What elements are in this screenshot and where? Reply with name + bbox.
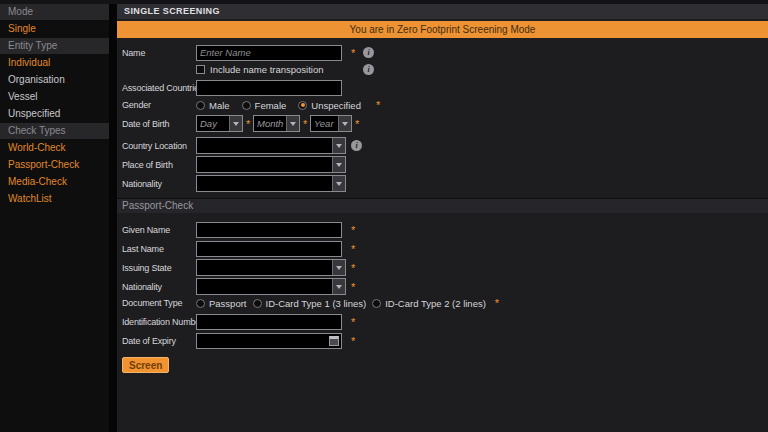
- sidebar-header-mode: Mode: [0, 4, 109, 20]
- given-name-row: Given Name *: [122, 221, 768, 238]
- name-row: Name * i: [122, 44, 768, 61]
- required-marker: *: [376, 100, 383, 110]
- sidebar-item-media-check[interactable]: Media-Check: [0, 174, 109, 190]
- required-marker: *: [246, 119, 253, 129]
- calendar-icon[interactable]: [329, 336, 339, 346]
- sidebar-item-world-check[interactable]: World-Check: [0, 140, 109, 156]
- dob-year-value: Year: [311, 118, 338, 129]
- nationality-row: Nationality: [122, 175, 768, 192]
- sidebar: Mode Single Entity Type Individual Organ…: [0, 4, 109, 432]
- required-marker: *: [303, 119, 310, 129]
- chevron-down-icon: [332, 260, 345, 275]
- given-name-input[interactable]: [196, 222, 342, 238]
- given-name-label: Given Name: [122, 225, 196, 235]
- sidebar-item-vessel[interactable]: Vessel: [0, 89, 109, 105]
- date-of-expiry-input[interactable]: [196, 333, 342, 349]
- passport-nationality-label: Nationality: [122, 282, 196, 292]
- gender-female-label: Female: [255, 100, 287, 111]
- dob-year-select[interactable]: Year: [310, 115, 352, 132]
- page-title: SINGLE SCREENING: [117, 4, 768, 19]
- place-of-birth-row: Place of Birth: [122, 156, 768, 173]
- transposition-row: Include name transposition i: [122, 63, 768, 75]
- place-of-birth-select[interactable]: [196, 156, 346, 173]
- chevron-down-icon: [332, 176, 345, 191]
- name-transposition-label: Include name transposition: [210, 64, 324, 75]
- doc-type-idcard1-label: ID-Card Type 1 (3 lines): [266, 298, 367, 309]
- chevron-down-icon: [332, 279, 345, 294]
- gender-female-radio[interactable]: [242, 101, 251, 110]
- country-location-label: Country Location: [122, 141, 196, 151]
- required-marker: *: [351, 225, 358, 235]
- associated-countries-label: Associated Countries: [122, 83, 196, 93]
- zero-footprint-banner: You are in Zero Footprint Screening Mode: [117, 21, 768, 38]
- associated-countries-row: Associated Countries: [122, 79, 768, 96]
- gender-row: Gender Male Female Unspecified *: [122, 99, 768, 111]
- dob-month-select[interactable]: Month: [253, 115, 300, 132]
- gender-male-radio[interactable]: [196, 101, 205, 110]
- last-name-row: Last Name *: [122, 240, 768, 257]
- doc-type-idcard2-radio[interactable]: [372, 299, 381, 308]
- document-type-label: Document Type: [122, 298, 196, 308]
- sidebar-item-organisation[interactable]: Organisation: [0, 72, 109, 88]
- dob-day-select[interactable]: Day: [196, 115, 243, 132]
- date-of-birth-label: Date of Birth: [122, 119, 196, 129]
- place-of-birth-label: Place of Birth: [122, 160, 196, 170]
- screen-button[interactable]: Screen: [122, 357, 169, 373]
- chevron-down-icon: [332, 157, 345, 172]
- identification-number-input[interactable]: [196, 314, 342, 330]
- gender-male-label: Male: [209, 100, 230, 111]
- passport-nationality-row: Nationality *: [122, 278, 768, 295]
- doc-type-idcard2-label: ID-Card Type 2 (2 lines): [385, 298, 486, 309]
- doc-type-passport-radio[interactable]: [196, 299, 205, 308]
- date-of-expiry-row: Date of Expiry *: [122, 332, 768, 349]
- sidebar-item-passport-check[interactable]: Passport-Check: [0, 157, 109, 173]
- main-panel: SINGLE SCREENING You are in Zero Footpri…: [117, 4, 768, 432]
- required-marker: *: [495, 298, 502, 308]
- required-marker: *: [351, 263, 358, 273]
- country-location-row: Country Location i: [122, 137, 768, 154]
- country-location-select[interactable]: [196, 137, 346, 154]
- gender-label: Gender: [122, 100, 196, 110]
- gender-unspecified-label: Unspecified: [311, 100, 361, 111]
- document-type-row: Document Type Passport ID-Card Type 1 (3…: [122, 297, 768, 309]
- info-icon[interactable]: i: [363, 47, 374, 58]
- required-marker: *: [355, 119, 362, 129]
- dob-day-value: Day: [197, 118, 229, 129]
- associated-countries-input[interactable]: [196, 80, 342, 96]
- passport-check-form: Given Name * Last Name * Issuing State: [117, 221, 768, 373]
- doc-type-idcard1-radio[interactable]: [253, 299, 262, 308]
- info-icon[interactable]: i: [363, 64, 374, 75]
- required-marker: *: [351, 244, 358, 254]
- chevron-down-icon: [338, 116, 351, 131]
- issuing-state-select[interactable]: [196, 259, 346, 276]
- passport-nationality-select[interactable]: [196, 278, 346, 295]
- sidebar-item-single[interactable]: Single: [0, 21, 109, 37]
- required-marker: *: [351, 317, 358, 327]
- passport-check-section-header: Passport-Check: [117, 198, 768, 213]
- identification-number-label: Identification Number: [122, 317, 196, 327]
- name-label: Name: [122, 48, 196, 58]
- screening-form: Name * i Include name transposition i: [117, 38, 768, 194]
- date-of-birth-row: Date of Birth Day * Month * Year: [122, 115, 768, 132]
- sidebar-header-entity-type: Entity Type: [0, 38, 109, 54]
- info-icon[interactable]: i: [351, 140, 362, 151]
- required-marker: *: [351, 48, 358, 58]
- chevron-down-icon: [229, 116, 242, 131]
- screening-app-window: Mode Single Entity Type Individual Organ…: [0, 0, 768, 432]
- doc-type-passport-label: Passport: [209, 298, 247, 309]
- last-name-input[interactable]: [196, 241, 342, 257]
- issuing-state-row: Issuing State *: [122, 259, 768, 276]
- name-transposition-checkbox[interactable]: [196, 65, 205, 74]
- chevron-down-icon: [286, 116, 299, 131]
- identification-number-row: Identification Number *: [122, 313, 768, 330]
- chevron-down-icon: [332, 138, 345, 153]
- sidebar-item-individual[interactable]: Individual: [0, 55, 109, 71]
- sidebar-header-check-types: Check Types: [0, 123, 109, 139]
- name-input[interactable]: [196, 45, 342, 61]
- nationality-label: Nationality: [122, 179, 196, 189]
- nationality-select[interactable]: [196, 175, 346, 192]
- gender-unspecified-radio[interactable]: [298, 101, 307, 110]
- sidebar-item-unspecified[interactable]: Unspecified: [0, 106, 109, 122]
- sidebar-divider: [109, 4, 117, 432]
- sidebar-item-watchlist[interactable]: WatchList: [0, 191, 109, 207]
